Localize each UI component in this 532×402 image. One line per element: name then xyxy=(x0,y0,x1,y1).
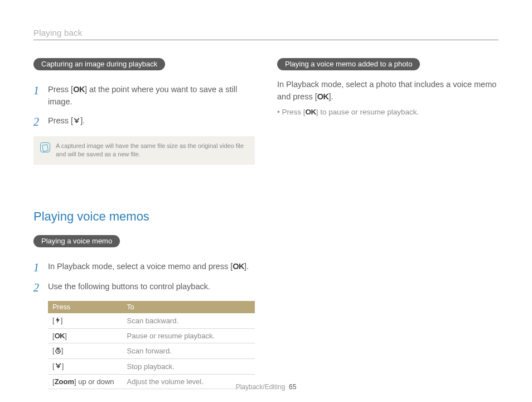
cell-press: [] xyxy=(48,313,123,329)
controls-table: Press To [] Scan backward. [OK] Pause or… xyxy=(48,301,255,389)
step-body: Press []. xyxy=(48,115,255,128)
footer-section: Playback/Editing xyxy=(236,383,286,391)
cell-to: Pause or resume playback. xyxy=(123,329,255,343)
col-header-press: Press xyxy=(48,301,123,313)
note-icon xyxy=(40,142,50,152)
text-part: ]. xyxy=(244,262,249,271)
breadcrumb: Playing back xyxy=(33,28,499,40)
page-number: 65 xyxy=(289,383,296,391)
cell-press: [] xyxy=(48,359,123,375)
text-part: Press [ xyxy=(48,116,73,125)
macro-down-icon xyxy=(55,362,62,371)
cell-to: Scan forward. xyxy=(123,343,255,359)
pill-capturing-image: Capturing an image during playback xyxy=(33,58,165,70)
header-rule xyxy=(33,40,499,40)
step-body: In Playback mode, select a voice memo an… xyxy=(48,261,255,273)
text-part: Press [ xyxy=(48,85,73,94)
right-body-text: In Playback mode, select a photo that in… xyxy=(277,78,499,103)
macro-down-icon xyxy=(73,116,80,128)
cell-to: Scan backward. xyxy=(123,313,255,329)
ok-icon: OK xyxy=(306,108,316,116)
text-part: ]. xyxy=(329,92,333,101)
voicememo-step-2: 2 Use the following buttons to control p… xyxy=(33,281,255,294)
step-body: Press [OK] at the point where you want t… xyxy=(48,84,255,108)
content-columns: Capturing an image during playback 1 Pre… xyxy=(33,58,499,389)
text-part: ]. xyxy=(80,116,85,125)
col-header-to: To xyxy=(123,301,255,313)
step-number: 2 xyxy=(33,115,48,128)
cell-to: Stop playback. xyxy=(123,359,255,375)
text-part: ] to pause or resume playback. xyxy=(316,108,419,116)
right-bullet: Press [OK] to pause or resume playback. xyxy=(277,107,499,118)
text-part: In Playback mode, select a photo that in… xyxy=(277,80,496,101)
note-text: A captured image will have the same file… xyxy=(56,142,248,160)
table-header-row: Press To xyxy=(48,301,255,313)
step-number: 1 xyxy=(33,261,48,274)
table-row: [OK] Pause or resume playback. xyxy=(48,329,255,343)
step-body: Use the following buttons to control pla… xyxy=(48,281,255,293)
section-title-voice-memos: Playing voice memos xyxy=(33,209,255,224)
text-part: In Playback mode, select a voice memo an… xyxy=(48,262,233,271)
table-row: [] Scan backward. xyxy=(48,313,255,329)
step-number: 2 xyxy=(33,281,48,294)
ok-icon: OK xyxy=(233,262,244,271)
table-row: [] Scan forward. xyxy=(48,343,255,359)
pill-playing-voice-memo: Playing a voice memo xyxy=(33,235,120,247)
page-footer: Playback/Editing 65 xyxy=(0,383,532,391)
ok-icon: OK xyxy=(55,332,65,340)
ok-icon: OK xyxy=(73,85,85,94)
pill-voice-memo-photo: Playing a voice memo added to a photo xyxy=(277,58,420,70)
left-column: Capturing an image during playback 1 Pre… xyxy=(33,58,255,389)
page-header: Playing back xyxy=(33,28,499,40)
timer-right-icon xyxy=(55,347,61,356)
note-box: A captured image will have the same file… xyxy=(33,136,255,165)
cell-press: [OK] xyxy=(48,329,123,343)
text-part: Press [ xyxy=(282,108,305,116)
capture-step-2: 2 Press []. xyxy=(33,115,255,128)
cell-press: [] xyxy=(48,343,123,359)
capture-step-1: 1 Press [OK] at the point where you want… xyxy=(33,84,255,108)
step-number: 1 xyxy=(33,84,48,97)
voicememo-step-1: 1 In Playback mode, select a voice memo … xyxy=(33,261,255,274)
flash-left-icon xyxy=(55,317,61,326)
right-column: Playing a voice memo added to a photo In… xyxy=(277,58,499,389)
table-row: [] Stop playback. xyxy=(48,359,255,375)
ok-icon: OK xyxy=(317,92,329,101)
